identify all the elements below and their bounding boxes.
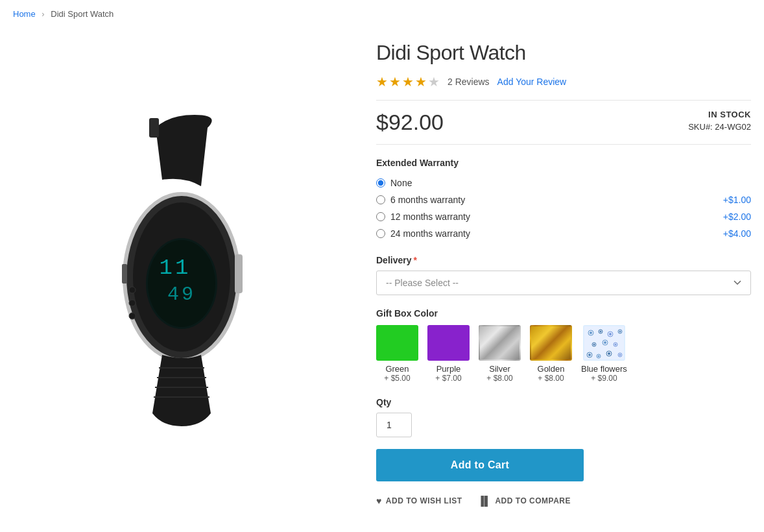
- svg-point-9: [129, 287, 136, 293]
- delivery-section: Delivery* -- Please Select -- Standard D…: [376, 255, 751, 295]
- svg-point-25: [619, 331, 621, 333]
- svg-point-10: [129, 300, 136, 306]
- warranty-title: Extended Warranty: [376, 158, 751, 168]
- gift-box-name-green: Green: [385, 364, 409, 374]
- svg-point-27: [593, 344, 595, 346]
- star-rating: ★ ★ ★ ★ ★: [376, 74, 440, 90]
- breadcrumb-separator: ›: [42, 9, 44, 19]
- breadcrumb: Home › Didi Sport Watch: [0, 0, 764, 28]
- svg-point-19: [590, 332, 592, 334]
- delivery-select[interactable]: -- Please Select -- Standard Delivery Ex…: [376, 271, 751, 295]
- gift-box-purple[interactable]: Purple + $7.00: [427, 325, 470, 383]
- svg-point-11: [129, 313, 136, 319]
- svg-point-21: [599, 331, 601, 333]
- svg-point-23: [609, 333, 612, 335]
- warranty-label-none[interactable]: None: [376, 178, 412, 188]
- product-details: Didi Sport Watch ★ ★ ★ ★ ★ 2 Reviews Add…: [376, 34, 751, 506]
- swatch-golden: [530, 325, 572, 361]
- product-price: $92.00: [376, 110, 444, 135]
- product-title: Didi Sport Watch: [376, 41, 751, 65]
- warranty-option-24m: 24 months warranty +$4.00: [376, 225, 751, 242]
- gift-box-title: Gift Box Color: [376, 308, 751, 319]
- qty-label: Qty: [376, 397, 751, 407]
- warranty-price-12m: +$2.00: [723, 212, 751, 222]
- svg-rect-8: [122, 264, 127, 284]
- product-layout: 11 49: [0, 28, 764, 532]
- stock-status: IN STOCK: [688, 110, 751, 119]
- required-indicator: *: [413, 255, 416, 265]
- gift-box-price-golden: + $8.00: [538, 374, 564, 383]
- heart-icon: ♥: [376, 496, 382, 506]
- gift-box-name-purple: Purple: [436, 364, 461, 374]
- warranty-option-none: None: [376, 175, 751, 191]
- qty-section: Qty: [376, 397, 751, 437]
- gift-box-price-silver: + $8.00: [486, 374, 512, 383]
- star-5: ★: [428, 74, 440, 90]
- review-count: 2 Reviews: [448, 77, 490, 87]
- warranty-label-12m[interactable]: 12 months warranty: [376, 212, 470, 222]
- stock-sku: IN STOCK SKU#: 24-WG02: [688, 110, 751, 132]
- gift-box-name-silver: Silver: [489, 364, 510, 374]
- gift-box-price-blue-flowers: + $9.00: [591, 374, 617, 383]
- svg-point-29: [604, 341, 606, 344]
- swatch-purple: [427, 325, 470, 361]
- add-to-compare-button[interactable]: ▐▌ ADD TO COMPARE: [478, 496, 571, 506]
- price-row: $92.00 IN STOCK SKU#: 24-WG02: [376, 100, 751, 145]
- swatch-green: [376, 325, 418, 361]
- gift-box-blue-flowers[interactable]: Blue flowers + $9.00: [581, 325, 627, 383]
- svg-point-37: [608, 352, 610, 355]
- swatch-blue-flowers: [583, 325, 625, 361]
- qty-input[interactable]: [376, 413, 412, 437]
- star-2: ★: [389, 74, 401, 90]
- svg-point-33: [588, 354, 591, 356]
- svg-text:49: 49: [167, 284, 196, 306]
- warranty-price-24m: +$4.00: [723, 228, 751, 239]
- gift-box-silver[interactable]: Silver + $8.00: [479, 325, 521, 383]
- warranty-price-6m: +$1.00: [723, 195, 751, 205]
- gift-box-name-golden: Golden: [538, 364, 565, 374]
- svg-point-39: [619, 354, 621, 356]
- delivery-label: Delivery*: [376, 255, 751, 265]
- warranty-radio-24m[interactable]: [376, 229, 385, 238]
- star-3: ★: [402, 74, 414, 90]
- warranty-radio-6m[interactable]: [376, 195, 385, 204]
- svg-rect-16: [235, 254, 243, 293]
- gift-box-name-blue-flowers: Blue flowers: [581, 364, 627, 374]
- warranty-radio-12m[interactable]: [376, 212, 385, 221]
- gift-box-price-green: + $5.00: [384, 374, 410, 383]
- swatch-silver: [479, 325, 521, 361]
- svg-text:11: 11: [160, 256, 191, 280]
- product-image-section: 11 49: [13, 34, 350, 506]
- sku: SKU#: 24-WG02: [688, 122, 751, 132]
- watch-illustration: 11 49: [45, 108, 318, 433]
- blue-flowers-pattern: [584, 326, 625, 361]
- bar-chart-icon: ▐▌: [478, 496, 492, 506]
- wishlist-compare-row: ♥ ADD TO WISH LIST ▐▌ ADD TO COMPARE: [376, 496, 751, 506]
- svg-rect-0: [149, 118, 159, 138]
- warranty-label-24m[interactable]: 24 months warranty: [376, 228, 470, 239]
- add-review-link[interactable]: Add Your Review: [497, 77, 567, 87]
- rating-row: ★ ★ ★ ★ ★ 2 Reviews Add Your Review: [376, 74, 751, 90]
- add-to-cart-button[interactable]: Add to Cart: [376, 449, 584, 481]
- product-image: 11 49: [45, 108, 318, 433]
- gift-box-options: Green + $5.00 Purple + $7.00 Silver + $8…: [376, 325, 751, 383]
- add-to-wishlist-button[interactable]: ♥ ADD TO WISH LIST: [376, 496, 462, 506]
- star-4: ★: [415, 74, 427, 90]
- svg-point-35: [597, 356, 599, 357]
- warranty-label-6m[interactable]: 6 months warranty: [376, 195, 465, 205]
- warranty-option-12m: 12 months warranty +$2.00: [376, 208, 751, 225]
- star-1: ★: [376, 74, 388, 90]
- warranty-section: Extended Warranty None 6 months warranty…: [376, 158, 751, 242]
- gift-box-price-purple: + $7.00: [435, 374, 461, 383]
- warranty-option-6m: 6 months warranty +$1.00: [376, 191, 751, 208]
- breadcrumb-home[interactable]: Home: [13, 9, 36, 19]
- warranty-radio-none[interactable]: [376, 178, 385, 187]
- gift-box-green[interactable]: Green + $5.00: [376, 325, 418, 383]
- svg-point-31: [614, 344, 616, 346]
- gift-box-golden[interactable]: Golden + $8.00: [530, 325, 572, 383]
- gift-box-section: Gift Box Color Green + $5.00 Purple + $7…: [376, 308, 751, 383]
- breadcrumb-current: Didi Sport Watch: [51, 9, 113, 19]
